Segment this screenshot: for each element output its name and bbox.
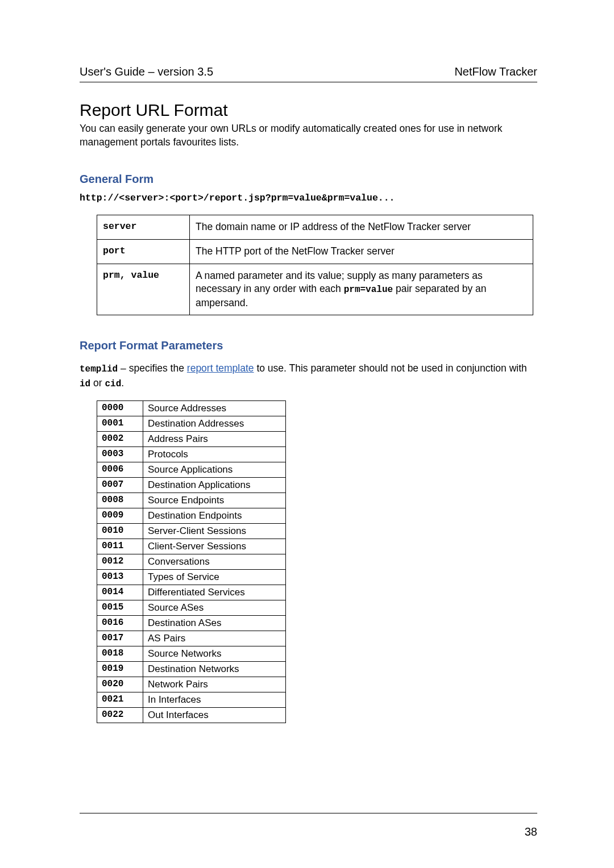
- table-row: 0022Out Interfaces: [97, 708, 286, 723]
- templid-code: 0021: [97, 692, 143, 708]
- templid-code: 0020: [97, 677, 143, 692]
- report-template-link[interactable]: report template: [187, 362, 254, 374]
- table-row: 0003Protocols: [97, 447, 286, 462]
- table-row: 0008Source Endpoints: [97, 493, 286, 508]
- param-desc: A named parameter and its value; supply …: [190, 264, 533, 315]
- table-row: 0014Differentiated Services: [97, 585, 286, 600]
- report-format-parameters-heading: Report Format Parameters: [80, 339, 537, 352]
- templid-code: 0003: [97, 447, 143, 462]
- templid-code: 0008: [97, 493, 143, 508]
- templid-code: 0006: [97, 462, 143, 478]
- templid-desc: Destination Networks: [143, 662, 286, 677]
- templid-desc: Client-Server Sessions: [143, 539, 286, 554]
- table-row: 0001Destination Addresses: [97, 416, 286, 432]
- inline-code: id: [80, 379, 90, 389]
- param-key: port: [97, 239, 190, 264]
- templid-code: 0009: [97, 508, 143, 524]
- templid-code: 0010: [97, 524, 143, 539]
- page-number: 38: [525, 825, 537, 838]
- table-row: 0012Conversations: [97, 554, 286, 570]
- templid-code: 0016: [97, 616, 143, 631]
- table-row: 0011Client-Server Sessions: [97, 539, 286, 554]
- templid-desc: Server-Client Sessions: [143, 524, 286, 539]
- templid-code: 0011: [97, 539, 143, 554]
- table-row: prm, value A named parameter and its val…: [97, 264, 533, 315]
- templid-desc: AS Pairs: [143, 631, 286, 646]
- param-key: prm, value: [97, 264, 190, 315]
- templid-desc: Destination ASes: [143, 616, 286, 631]
- header-left: User's Guide – version 3.5: [80, 65, 213, 78]
- templid-code: 0012: [97, 554, 143, 570]
- table-row: 0010Server-Client Sessions: [97, 524, 286, 539]
- inline-code: cid: [105, 379, 122, 389]
- templid-code: 0007: [97, 478, 143, 493]
- url-format: http://<server>:<port>/report.jsp?prm=va…: [80, 193, 537, 203]
- page: User's Guide – version 3.5 NetFlow Track…: [0, 0, 614, 868]
- templid-code: 0000: [97, 401, 143, 416]
- table-row: 0007Destination Applications: [97, 478, 286, 493]
- templid-desc: In Interfaces: [143, 692, 286, 708]
- table-row: 0006Source Applications: [97, 462, 286, 478]
- param-desc: The HTTP port of the NetFlow Tracker ser…: [190, 239, 533, 264]
- table-row: 0016Destination ASes: [97, 616, 286, 631]
- table-row: 0002Address Pairs: [97, 432, 286, 447]
- templid-code: 0002: [97, 432, 143, 447]
- templid-code: 0018: [97, 646, 143, 662]
- intro-paragraph: You can easily generate your own URLs or…: [80, 122, 537, 149]
- footer-rule: [80, 813, 537, 813]
- templid-desc: Types of Service: [143, 570, 286, 585]
- general-form-table: server The domain name or IP address of …: [97, 215, 533, 315]
- table-row: 0018Source Networks: [97, 646, 286, 662]
- table-row: 0019Destination Networks: [97, 662, 286, 677]
- table-row: 0015Source ASes: [97, 600, 286, 616]
- templid-desc: Destination Applications: [143, 478, 286, 493]
- templid-table: 0000Source Addresses0001Destination Addr…: [97, 400, 286, 723]
- templid-code: 0017: [97, 631, 143, 646]
- templid-desc: Address Pairs: [143, 432, 286, 447]
- table-row: 0013Types of Service: [97, 570, 286, 585]
- templid-desc: Out Interfaces: [143, 708, 286, 723]
- templid-code: 0001: [97, 416, 143, 432]
- table-row: 0020Network Pairs: [97, 677, 286, 692]
- templid-desc: Source Endpoints: [143, 493, 286, 508]
- header-right: NetFlow Tracker: [454, 65, 537, 78]
- templid-desc: Differentiated Services: [143, 585, 286, 600]
- templid-desc: Destination Addresses: [143, 416, 286, 432]
- templid-code: 0013: [97, 570, 143, 585]
- inline-code: templid: [80, 364, 118, 374]
- templid-code: 0022: [97, 708, 143, 723]
- templid-desc: Destination Endpoints: [143, 508, 286, 524]
- table-row: 0021In Interfaces: [97, 692, 286, 708]
- templid-desc: Source ASes: [143, 600, 286, 616]
- templid-code: 0015: [97, 600, 143, 616]
- templid-desc: Conversations: [143, 554, 286, 570]
- table-row: 0000Source Addresses: [97, 401, 286, 416]
- templid-desc: Source Addresses: [143, 401, 286, 416]
- general-form-heading: General Form: [80, 173, 537, 186]
- param-key: server: [97, 215, 190, 240]
- templid-desc: Protocols: [143, 447, 286, 462]
- table-row: 0017AS Pairs: [97, 631, 286, 646]
- templid-paragraph: templid – specifies the report template …: [80, 361, 537, 390]
- table-row: 0009Destination Endpoints: [97, 508, 286, 524]
- page-title: Report URL Format: [80, 101, 537, 120]
- templid-desc: Source Applications: [143, 462, 286, 478]
- templid-code: 0019: [97, 662, 143, 677]
- inline-code: prm=value: [344, 285, 393, 295]
- table-row: port The HTTP port of the NetFlow Tracke…: [97, 239, 533, 264]
- templid-desc: Source Networks: [143, 646, 286, 662]
- table-row: server The domain name or IP address of …: [97, 215, 533, 240]
- page-header: User's Guide – version 3.5 NetFlow Track…: [80, 65, 537, 82]
- templid-code: 0014: [97, 585, 143, 600]
- templid-desc: Network Pairs: [143, 677, 286, 692]
- param-desc: The domain name or IP address of the Net…: [190, 215, 533, 240]
